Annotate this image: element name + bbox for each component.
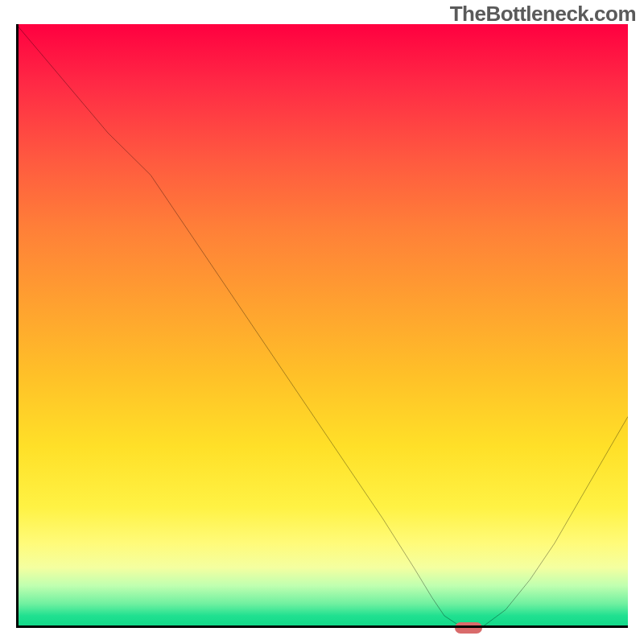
plot-area [16, 24, 628, 628]
optimal-point-marker [455, 622, 482, 634]
bottleneck-curve [16, 24, 628, 628]
watermark-text: TheBottleneck.com [450, 2, 636, 27]
